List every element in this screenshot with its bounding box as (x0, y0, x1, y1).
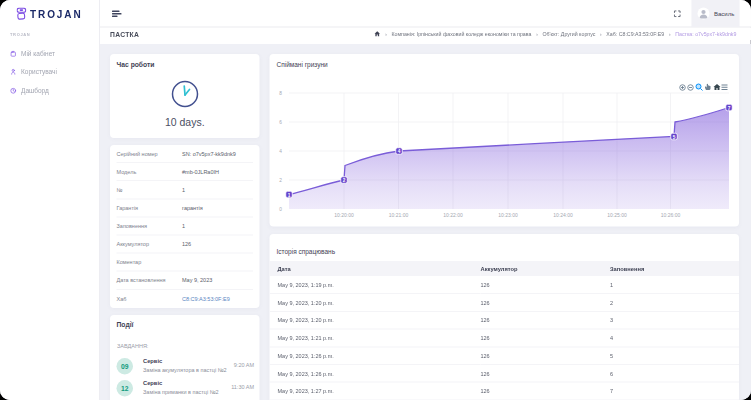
svg-text:10:20:00: 10:20:00 (334, 212, 354, 218)
svg-text:4: 4 (398, 149, 401, 154)
svg-text:2: 2 (343, 178, 346, 183)
svg-text:4: 4 (279, 149, 282, 154)
svg-text:0: 0 (279, 207, 282, 212)
svg-text:10:22:00: 10:22:00 (443, 212, 463, 218)
svg-text:7: 7 (728, 106, 731, 111)
svg-text:1: 1 (288, 193, 291, 198)
svg-text:10:23:00: 10:23:00 (498, 212, 518, 218)
svg-text:10:25:00: 10:25:00 (607, 212, 627, 218)
svg-text:10:24:00: 10:24:00 (553, 212, 573, 218)
svg-text:6: 6 (279, 120, 282, 125)
svg-text:5: 5 (673, 135, 676, 140)
svg-text:2: 2 (279, 178, 282, 183)
svg-text:10:26:00: 10:26:00 (661, 212, 681, 218)
svg-text:8: 8 (279, 91, 282, 96)
svg-text:10:21:00: 10:21:00 (389, 212, 409, 218)
